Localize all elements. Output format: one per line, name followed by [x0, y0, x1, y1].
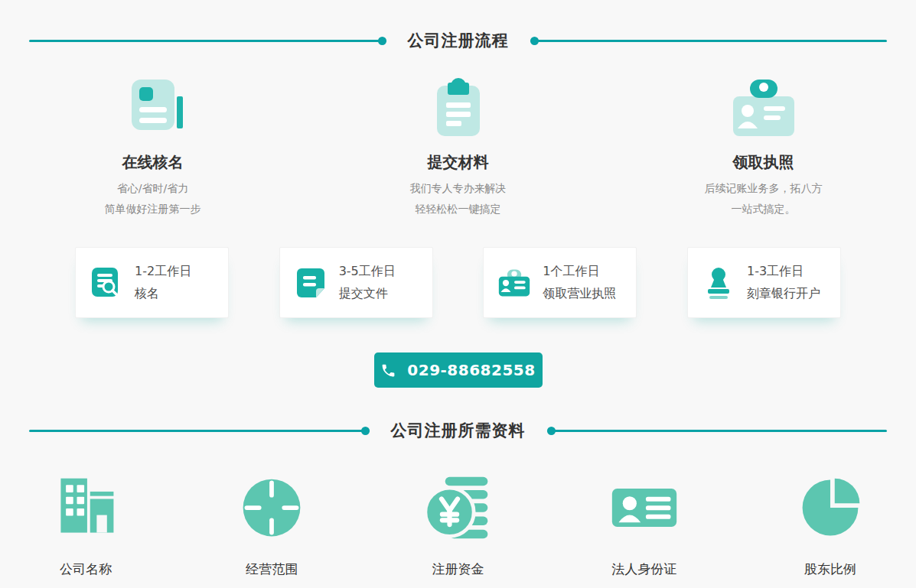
step-desc-line: 后续记账业务多，拓八方 — [611, 178, 916, 199]
section-title-process: 公司注册流程 — [29, 31, 887, 50]
materials-items-row: 公司名称 经营范围 — [0, 473, 916, 578]
news-document-icon — [0, 78, 305, 139]
material-item-registered-capital: 注册资金 — [397, 473, 520, 578]
required-materials-section: 公司注册所需资料 — [0, 421, 916, 578]
step-description: 省心/省时/省力 简单做好注册第一步 — [0, 178, 305, 219]
divider-line-left — [29, 430, 370, 432]
material-label: 经营范围 — [246, 560, 298, 578]
clipboard-icon — [305, 78, 611, 139]
duration-label: 领取营业执照 — [543, 286, 616, 301]
company-registration-page: 公司注册流程 在线核名 省心/省时/省力 简单做好注册第一步 — [0, 0, 916, 588]
phone-call-button[interactable]: 029-88682558 — [374, 352, 543, 388]
divider-line-left — [29, 40, 386, 42]
material-label: 法人身份证 — [611, 560, 676, 578]
material-item-legal-person-id: 法人身份证 — [583, 473, 706, 578]
section-title-materials: 公司注册所需资料 — [29, 421, 887, 440]
divider-line-right — [547, 430, 888, 432]
step-desc-line: 轻轻松松一键搞定 — [305, 199, 611, 219]
step-receive-license: 领取执照 后续记账业务多，拓八方 一站式搞定。 — [611, 78, 916, 219]
legal-id-icon — [609, 473, 680, 543]
process-section-title: 公司注册流程 — [408, 30, 509, 51]
duration-card-text: 1个工作日 领取营业执照 — [543, 264, 616, 301]
material-item-business-scope: 经营范围 — [210, 473, 333, 578]
material-label: 股东比例 — [804, 560, 856, 578]
share-ratio-icon — [795, 473, 865, 543]
duration-label: 核名 — [135, 286, 191, 301]
divider-line-right — [530, 40, 888, 42]
duration-value: 3-5工作日 — [339, 264, 396, 279]
submit-file-icon — [294, 266, 328, 300]
step-title: 领取执照 — [611, 152, 916, 173]
duration-card-text: 3-5工作日 提交文件 — [339, 264, 396, 301]
process-steps-row: 在线核名 省心/省时/省力 简单做好注册第一步 — [0, 78, 916, 219]
company-building-icon — [51, 473, 121, 543]
materials-section-title: 公司注册所需资料 — [391, 420, 526, 441]
duration-card-business-license: 1个工作日 领取营业执照 — [483, 247, 637, 318]
phone-icon — [380, 362, 396, 378]
phone-number: 029-88682558 — [407, 361, 535, 379]
duration-card-stamp-bank: 1-3工作日 刻章银行开户 — [687, 247, 841, 318]
step-desc-line: 简单做好注册第一步 — [0, 199, 305, 219]
step-submit-materials: 提交材料 我们专人专办来解决 轻轻松松一键搞定 — [305, 78, 611, 219]
stamp-icon — [702, 266, 735, 300]
duration-value: 1个工作日 — [543, 264, 616, 279]
step-desc-line: 一站式搞定。 — [611, 199, 916, 219]
material-label: 公司名称 — [60, 560, 112, 578]
duration-card-submit-files: 3-5工作日 提交文件 — [279, 247, 433, 318]
duration-card-text: 1-3工作日 刻章银行开户 — [747, 264, 820, 301]
step-online-name-check: 在线核名 省心/省时/省力 简单做好注册第一步 — [0, 78, 305, 219]
material-item-shareholder-ratio: 股东比例 — [769, 473, 892, 578]
step-title: 在线核名 — [0, 152, 305, 173]
duration-label: 提交文件 — [339, 286, 396, 301]
duration-value: 1-3工作日 — [747, 264, 820, 279]
search-document-icon — [90, 266, 123, 300]
duration-cards-row: 1-2工作日 核名 3-5工作日 提交文件 — [75, 247, 841, 318]
step-description: 后续记账业务多，拓八方 一站式搞定。 — [611, 178, 916, 219]
registered-capital-icon — [423, 473, 494, 543]
step-description: 我们专人专办来解决 轻轻松松一键搞定 — [305, 178, 611, 219]
duration-label: 刻章银行开户 — [747, 286, 820, 301]
material-item-company-name: 公司名称 — [24, 473, 147, 578]
business-license-icon — [497, 266, 531, 300]
step-desc-line: 省心/省时/省力 — [0, 178, 305, 199]
duration-card-name-check: 1-2工作日 核名 — [75, 247, 229, 318]
registration-process-section: 公司注册流程 在线核名 省心/省时/省力 简单做好注册第一步 — [0, 31, 916, 388]
business-scope-icon — [236, 473, 307, 543]
duration-card-text: 1-2工作日 核名 — [135, 264, 191, 301]
license-card-icon — [611, 78, 916, 139]
material-label: 注册资金 — [432, 560, 484, 578]
step-title: 提交材料 — [305, 152, 611, 173]
duration-value: 1-2工作日 — [135, 264, 191, 279]
step-desc-line: 我们专人专办来解决 — [305, 178, 611, 199]
